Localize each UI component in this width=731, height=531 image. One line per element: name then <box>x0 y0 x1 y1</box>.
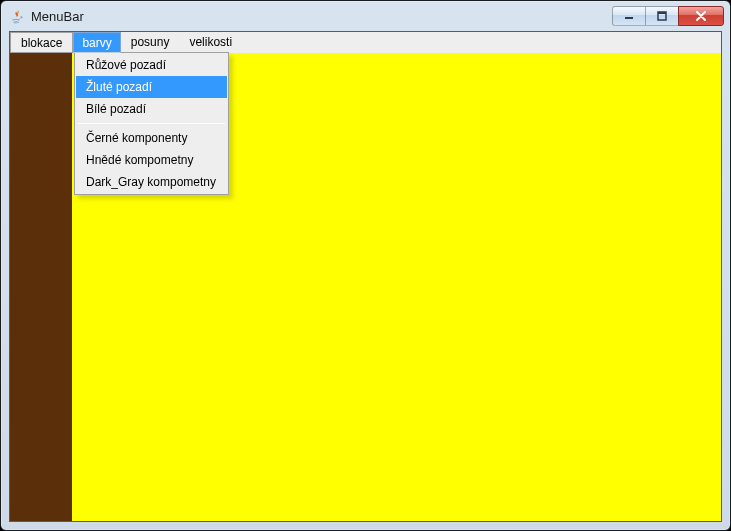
titlebar[interactable]: MenuBar <box>1 1 730 31</box>
close-button[interactable] <box>678 6 724 26</box>
dropdown-item-zlute[interactable]: Žluté pozadí <box>76 76 227 98</box>
window-title: MenuBar <box>31 9 607 24</box>
svg-rect-0 <box>625 17 633 19</box>
client-area: blokace barvy posuny velikosti Růžové po… <box>9 31 722 522</box>
dropdown-item-darkgray[interactable]: Dark_Gray kompometny <box>76 171 227 193</box>
menu-barvy[interactable]: barvy <box>73 32 120 53</box>
dropdown-item-ruzove[interactable]: Růžové pozadí <box>76 54 227 76</box>
dropdown-item-hnede[interactable]: Hnědé kompometny <box>76 149 227 171</box>
menubar: blokace barvy posuny velikosti <box>10 32 721 53</box>
menu-velikosti[interactable]: velikosti <box>179 32 242 53</box>
dropdown-separator <box>78 123 225 124</box>
java-icon <box>9 8 25 24</box>
svg-rect-2 <box>658 12 666 14</box>
maximize-button[interactable] <box>645 6 679 26</box>
window-controls <box>613 6 724 26</box>
side-panel <box>10 53 72 521</box>
menu-posuny[interactable]: posuny <box>121 32 180 53</box>
menu-blokace[interactable]: blokace <box>10 32 73 53</box>
dropdown-item-bile[interactable]: Bílé pozadí <box>76 98 227 120</box>
minimize-button[interactable] <box>612 6 646 26</box>
app-window: MenuBar blokace barvy posuny velikosti R… <box>0 0 731 531</box>
dropdown-barvy: Růžové pozadí Žluté pozadí Bílé pozadí Č… <box>74 52 229 195</box>
dropdown-item-cerne[interactable]: Černé komponenty <box>76 127 227 149</box>
